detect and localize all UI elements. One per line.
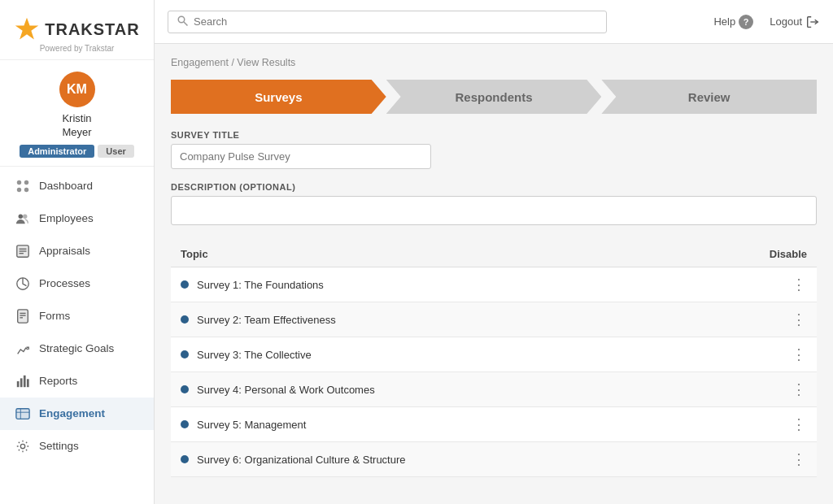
table-row: Survey 5: Management ⋮	[171, 407, 817, 442]
row-context-menu[interactable]: ⋮	[792, 381, 807, 398]
step-respondents[interactable]: Respondents	[386, 80, 602, 114]
help-label: Help	[713, 15, 735, 28]
trakstar-logo-icon	[14, 16, 40, 42]
search-input[interactable]	[194, 15, 598, 28]
topic-cell: Survey 4: Personal & Work Outcomes	[171, 372, 695, 407]
avatar: KM	[59, 72, 95, 107]
nav-menu: Dashboard Employees Appraisals Processes	[0, 167, 154, 504]
topic-cell: Survey 5: Management	[171, 407, 695, 442]
sidebar-item-processes[interactable]: Processes	[0, 267, 154, 300]
sidebar-item-label: Strategic Goals	[39, 342, 114, 354]
row-context-menu[interactable]: ⋮	[792, 346, 807, 363]
description-section: DESCRIPTION (OPTIONAL)	[171, 182, 817, 228]
topic-label: Survey 6: Organizational Culture & Struc…	[197, 454, 406, 466]
breadcrumb: Engagement / View Results	[171, 57, 817, 68]
svg-rect-21	[27, 379, 29, 387]
row-dot	[181, 350, 189, 358]
topic-label: Survey 3: The Collective	[197, 349, 312, 361]
sidebar-item-strategic-goals[interactable]: Strategic Goals	[0, 332, 154, 365]
settings-icon	[15, 438, 31, 454]
row-context-menu[interactable]: ⋮	[792, 416, 807, 432]
svg-rect-22	[16, 408, 29, 419]
table-row: Survey 4: Personal & Work Outcomes ⋮	[171, 372, 817, 407]
topic-label: Survey 1: The Foundations	[197, 279, 324, 291]
help-icon: ?	[739, 15, 753, 29]
svg-rect-13	[18, 310, 28, 323]
svg-rect-18	[17, 381, 20, 387]
dots-menu-cell: ⋮	[695, 302, 817, 337]
sidebar-item-employees[interactable]: Employees	[0, 202, 154, 235]
topic-cell: Survey 3: The Collective	[171, 337, 695, 372]
role-user[interactable]: User	[98, 145, 133, 158]
topic-cell: Survey 2: Team Effectiveness	[171, 302, 695, 337]
dots-menu-cell: ⋮	[695, 267, 817, 302]
svg-line-28	[184, 22, 188, 26]
powered-by-label: Powered by Trakstar	[40, 44, 115, 53]
dots-menu-cell: ⋮	[695, 442, 817, 477]
logout-label: Logout	[770, 15, 802, 28]
strategic-goals-icon	[15, 341, 31, 357]
search-box[interactable]	[168, 11, 607, 33]
logout-icon	[805, 15, 820, 29]
dots-menu-cell: ⋮	[695, 407, 817, 442]
sidebar-item-label: Reports	[39, 375, 77, 387]
svg-point-3	[17, 188, 21, 192]
sidebar-item-engagement[interactable]: Engagement	[0, 398, 154, 430]
svg-point-4	[24, 188, 28, 192]
topic-cell: Survey 1: The Foundations	[171, 267, 695, 302]
user-roles: Administrator User	[20, 145, 134, 158]
sidebar-item-label: Employees	[39, 212, 94, 224]
row-dot	[181, 455, 189, 463]
survey-title-input[interactable]	[171, 144, 431, 169]
table-row: Survey 2: Team Effectiveness ⋮	[171, 302, 817, 337]
sidebar-item-appraisals[interactable]: Appraisals	[0, 235, 154, 267]
engagement-icon	[15, 406, 31, 422]
column-disable: Disable	[695, 241, 817, 267]
svg-point-26	[20, 444, 24, 448]
step-review[interactable]: Review	[601, 80, 817, 114]
step-surveys[interactable]: Surveys	[171, 80, 386, 114]
app-name: TRAKSTAR	[45, 20, 140, 39]
svg-point-1	[17, 180, 21, 185]
svg-marker-0	[15, 18, 38, 40]
svg-point-5	[19, 214, 23, 218]
table-row: Survey 6: Organizational Culture & Struc…	[171, 442, 817, 477]
dashboard-icon	[15, 178, 31, 194]
user-name: Kristin Meyer	[62, 112, 91, 140]
row-context-menu[interactable]: ⋮	[792, 451, 807, 467]
topic-table: Topic Disable Survey 1: The Foundations …	[171, 241, 817, 477]
help-link[interactable]: Help ?	[713, 15, 753, 29]
role-administrator[interactable]: Administrator	[20, 145, 94, 158]
top-actions: Help ? Logout	[713, 15, 820, 29]
row-dot	[181, 420, 189, 428]
sidebar-item-reports[interactable]: Reports	[0, 365, 154, 398]
description-label: DESCRIPTION (OPTIONAL)	[171, 182, 817, 192]
sidebar-item-dashboard[interactable]: Dashboard	[0, 170, 154, 202]
table-row: Survey 3: The Collective ⋮	[171, 337, 817, 372]
row-dot	[181, 385, 189, 393]
column-topic: Topic	[171, 241, 695, 267]
sidebar-item-forms[interactable]: Forms	[0, 300, 154, 332]
breadcrumb-part-2: View Results	[237, 57, 295, 68]
processes-icon	[15, 276, 31, 292]
row-context-menu[interactable]: ⋮	[792, 311, 807, 328]
svg-rect-20	[24, 376, 26, 387]
logout-link[interactable]: Logout	[770, 15, 820, 29]
breadcrumb-part-1: Engagement	[171, 57, 229, 68]
reports-icon	[15, 373, 31, 389]
content-area: Engagement / View Results Surveys Respon…	[155, 44, 833, 504]
survey-title-section: SURVEY TITLE	[171, 130, 817, 169]
logo-area: TRAKSTAR Powered by Trakstar	[0, 8, 154, 60]
topic-label: Survey 2: Team Effectiveness	[197, 314, 336, 326]
employees-icon	[15, 211, 31, 227]
sidebar-item-label: Engagement	[39, 407, 105, 419]
sidebar-item-label: Processes	[39, 277, 90, 289]
row-dot	[181, 315, 189, 324]
topic-label: Survey 4: Personal & Work Outcomes	[197, 384, 375, 396]
sidebar-item-settings[interactable]: Settings	[0, 430, 154, 463]
svg-point-6	[23, 214, 27, 218]
description-input[interactable]	[171, 196, 817, 225]
svg-point-27	[178, 16, 185, 23]
row-context-menu[interactable]: ⋮	[792, 276, 807, 293]
dots-menu-cell: ⋮	[695, 372, 817, 407]
